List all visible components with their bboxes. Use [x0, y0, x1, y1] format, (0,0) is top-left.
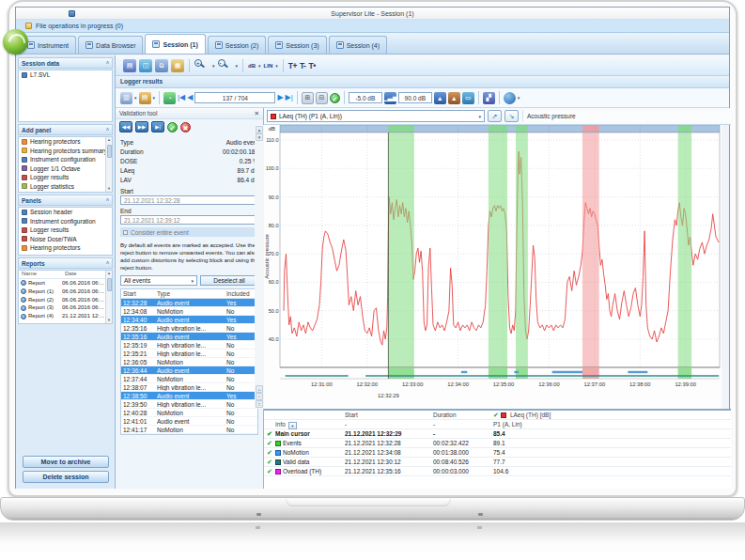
event-row[interactable]: 12:34:08NoMotionNo	[121, 307, 257, 316]
chart-view-3-icon[interactable]: ▭	[462, 92, 474, 104]
event-row[interactable]: 12:32:28Audio eventYes	[121, 299, 257, 307]
chart-view-2-icon[interactable]: ▲	[448, 92, 460, 104]
first-record-button[interactable]: |◀	[178, 92, 185, 103]
deselect-all-button[interactable]: Deselect all	[200, 275, 258, 286]
time-history-icon[interactable]: ◔	[163, 92, 176, 104]
event-row[interactable]: 12:38:07High vibration le...No	[121, 383, 257, 392]
lin-scale-dropdown-icon[interactable]: ▾	[275, 63, 278, 69]
section-header-reports[interactable]: Reports ˄	[18, 257, 113, 269]
event-row[interactable]: 12:34:40Audio eventYes	[121, 316, 257, 324]
event-row[interactable]: 12:35:21High vibration le...No	[121, 350, 257, 358]
sidebar-item-instrument-configuration[interactable]: Instrument configuration	[19, 217, 112, 226]
sidebar-item-logger-results[interactable]: Logger results	[19, 226, 112, 235]
chevron-down-icon[interactable]: ▾	[288, 422, 297, 429]
level-high-field[interactable]: 90.0 dB	[398, 92, 432, 103]
report-row[interactable]: Report (2)06.06.2016 06:...	[19, 296, 112, 304]
event-row[interactable]: 12:39:50High vibration le...No	[121, 400, 257, 409]
view-mode-icon[interactable]: ▥	[120, 92, 132, 104]
tab-data-browser[interactable]: Data Browser	[78, 36, 143, 54]
report-row[interactable]: Report (1)06.06.2016 06:...	[19, 288, 112, 296]
series-selector[interactable]: LAeq (TH) (P1 (A, Lin)) ▾	[267, 110, 485, 122]
event-row[interactable]: 12:38:50Audio eventYes	[121, 392, 257, 400]
sidebar-item-logger-results[interactable]: Logger results	[19, 173, 112, 182]
view-mode-dropdown-icon[interactable]: ▾	[134, 95, 137, 101]
delete-session-button[interactable]: Delete session	[23, 471, 109, 483]
section-header-session-data[interactable]: Session data ˄	[18, 57, 113, 69]
collapse-icon[interactable]: ˄	[106, 195, 109, 205]
tab-instrument[interactable]: Instrument	[20, 36, 76, 54]
previous-event-button[interactable]: ◀◀	[119, 121, 132, 132]
fit-range-button[interactable]: ↘	[504, 110, 519, 122]
pan-icon[interactable]: ↔	[256, 385, 263, 393]
tab-session-4[interactable]: Session (4)	[329, 36, 387, 54]
sidebar-item-hearing-protectors[interactable]: Hearing protectors	[19, 243, 112, 253]
pin-panel-icon[interactable]: ◫	[139, 59, 152, 72]
select-icon[interactable]: ▫	[256, 393, 263, 400]
reports-scrollbar[interactable]: ▲▼	[105, 271, 112, 323]
info-dropdown[interactable]: Info▾	[275, 420, 345, 429]
export-image-icon[interactable]: ▦	[171, 59, 184, 72]
collapse-icon[interactable]: ˄	[106, 58, 109, 68]
event-row[interactable]: 12:35:16High vibration le...No	[121, 324, 257, 333]
info-row-events[interactable]: ✔Events21.12.2021 12:32:2800:02:32.42289…	[264, 439, 731, 448]
sidebar-item-hearing-protectors-summary[interactable]: Hearing protectors summary	[19, 147, 112, 156]
globe-icon[interactable]	[504, 92, 516, 104]
autoscale-button[interactable]: ↗	[488, 110, 502, 122]
zoom-out-dropdown-icon[interactable]: ▾	[236, 63, 239, 69]
event-row[interactable]: 12:37:44NoMotionNo	[121, 375, 257, 383]
info-row-nomotion[interactable]: ✔NoMotion21.12.2021 12:34:0800:01:38.000…	[264, 448, 731, 458]
lin-scale-button[interactable]: LIN	[264, 63, 273, 69]
sidebar-item-logger-1-1-octave[interactable]: Logger 1/1 Octave	[19, 164, 112, 174]
tree-view-icon[interactable]: ⊟	[316, 92, 328, 104]
time-minus-button[interactable]: T-	[300, 61, 306, 70]
chart-view-1-icon[interactable]: ▲	[434, 92, 446, 104]
db-scale-dropdown-icon[interactable]: ▾	[258, 63, 261, 69]
time-dot-button[interactable]: T•	[308, 61, 315, 70]
last-record-button[interactable]: ▶|	[286, 92, 293, 103]
sidebar-item-logger-statistics[interactable]: Logger statistics	[19, 182, 112, 192]
session-file-item[interactable]: L7.SVL	[19, 70, 112, 80]
close-icon[interactable]: ✕	[255, 108, 259, 118]
next-event-button[interactable]: ▶▶	[135, 121, 148, 132]
collapse-icon[interactable]: ˄	[106, 125, 109, 134]
db-scale-button[interactable]: dB	[248, 63, 256, 69]
clone-panel-icon[interactable]: ⧉	[155, 59, 168, 72]
overlay-icon[interactable]: ▞	[483, 92, 495, 104]
collapse-icon[interactable]: ˄	[106, 258, 109, 268]
move-to-archive-button[interactable]: Move to archive	[23, 456, 109, 468]
previous-record-button[interactable]: ◀	[187, 92, 193, 103]
scale-up-icon[interactable]: ▴	[256, 126, 263, 133]
spectrum-icon[interactable]: ▁▃▅	[384, 92, 396, 104]
scale-down-icon[interactable]: ▾	[256, 133, 263, 141]
zoom-out-button[interactable]: -	[218, 59, 233, 72]
tab-session-3[interactable]: Session (3)	[268, 36, 326, 54]
report-row[interactable]: Report (4)21.12.2021 12:...	[19, 312, 112, 320]
info-row-valid-data[interactable]: ✔Valid data21.12.2021 12:30:1200:08:40.5…	[264, 458, 731, 467]
event-row[interactable]: 12:41:17NoMotionNo	[121, 426, 257, 434]
event-row[interactable]: 12:36:05NoMotionNo	[121, 358, 257, 366]
record-counter[interactable]: 137 / 704	[194, 92, 275, 103]
event-row[interactable]: 12:40:28NoMotionNo	[121, 409, 257, 417]
split-view-icon[interactable]: ⊞	[302, 92, 314, 104]
apply-button[interactable]: ✔	[330, 93, 340, 103]
event-row[interactable]: 12:41:01Audio eventNo	[121, 417, 257, 426]
sidebar-item-instrument-configuration[interactable]: Instrument configuration	[19, 155, 112, 164]
reject-event-button[interactable]: ✖	[180, 122, 191, 132]
next-record-button[interactable]: ▶	[277, 92, 283, 103]
consider-entire-event-checkbox[interactable]: Consider entire event	[120, 227, 258, 237]
event-row[interactable]: 12:36:44Audio eventNo	[121, 366, 257, 375]
globe-dropdown-icon[interactable]: ▾	[518, 95, 520, 101]
zoom-in-button[interactable]: +	[194, 59, 210, 72]
info-row-main-cursor[interactable]: ✔Main cursor21.12.2021 12:32:29-85.4	[264, 429, 731, 439]
accept-event-button[interactable]: ✔	[167, 122, 178, 132]
level-low-field[interactable]: -5.0 dB	[349, 92, 382, 103]
info-row-overload-th[interactable]: ✔Overload (TH)21.12.2021 12:35:1600:00:0…	[264, 467, 731, 476]
add-panel-scrollbar[interactable]: ▲▼	[105, 137, 112, 192]
event-row[interactable]: 12:35:19High vibration le...No	[121, 341, 257, 350]
play-event-button[interactable]: ▶|	[151, 121, 164, 132]
cursor-mode-icon[interactable]: ↕	[256, 400, 263, 408]
sidebar-item-noise-dose-twa[interactable]: Noise Dose/TWA	[19, 235, 112, 244]
sidebar-item-session-header[interactable]: Session header	[19, 208, 112, 217]
layout-icon[interactable]: ▤	[123, 59, 136, 72]
end-field[interactable]: 21.12.2021 12:39:12	[120, 215, 258, 225]
